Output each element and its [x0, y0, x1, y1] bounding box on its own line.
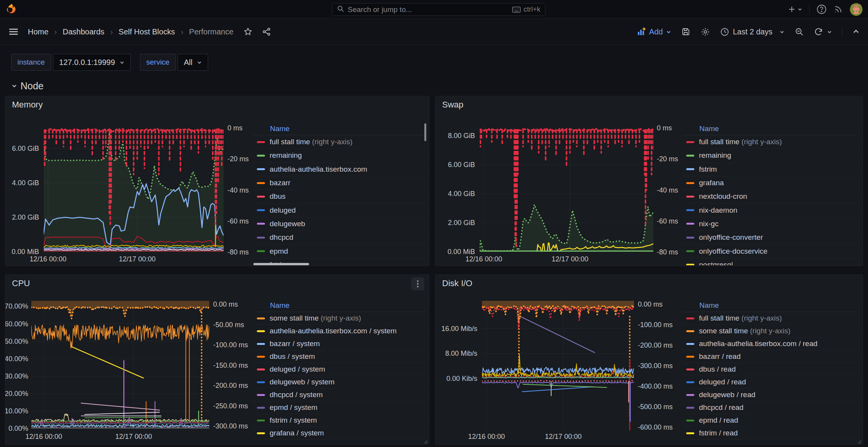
legend-label: dbus / read: [699, 365, 736, 374]
grafana-logo-icon[interactable]: [5, 3, 18, 15]
legend-item[interactable]: dbus: [253, 190, 427, 203]
legend-item[interactable]: bazarr / system: [253, 338, 427, 350]
legend-item[interactable]: dhcpcd: [253, 231, 427, 244]
legend-label: full stall time (right y-axis): [699, 138, 782, 146]
svg-text:-150.00 ms: -150.00 ms: [213, 362, 248, 369]
row-node-toggle[interactable]: Node: [11, 78, 44, 93]
legend-item[interactable]: onlyoffice-converter: [682, 231, 857, 244]
legend-item[interactable]: epmd / read: [682, 414, 857, 427]
svg-text:-60 ms: -60 ms: [657, 217, 678, 225]
svg-text:30.00%: 30.00%: [5, 372, 28, 380]
legend-vertical-scrollbar[interactable]: [424, 123, 426, 141]
svg-text:6.00 GiB: 6.00 GiB: [12, 145, 39, 152]
favorite-star-button[interactable]: [243, 27, 253, 36]
help-button[interactable]: [817, 4, 827, 14]
panel-resize-handle[interactable]: [423, 438, 428, 443]
svg-text:60.00%: 60.00%: [5, 320, 28, 328]
legend-swatch: [257, 394, 265, 396]
collapse-nav-button[interactable]: [853, 28, 859, 35]
legend-item[interactable]: dbus / read: [682, 363, 857, 376]
legend-item[interactable]: nextcloud-cron: [682, 190, 857, 203]
legend-item[interactable]: authelia-authelia.tiserbox.com: [253, 163, 427, 176]
chevron-down-icon: [120, 60, 125, 65]
legend-item[interactable]: authelia-authelia.tiserbox.com / system: [253, 325, 427, 338]
breadcrumb-home[interactable]: Home: [28, 27, 48, 36]
legend-item[interactable]: fstrim: [682, 163, 857, 176]
svg-text:6.00 GiB: 6.00 GiB: [448, 161, 475, 169]
legend-item[interactable]: deluged / read: [682, 376, 857, 389]
svg-text:-100.00 ms: -100.00 ms: [638, 321, 673, 329]
legend-item[interactable]: dbus / system: [253, 350, 427, 363]
legend-item[interactable]: bazarr / read: [682, 350, 857, 363]
legend-label: nix-gc: [699, 220, 719, 228]
legend-item[interactable]: full stall time (right y-axis): [253, 135, 427, 149]
legend-label: delugeweb / read: [699, 391, 755, 399]
refresh-button[interactable]: [814, 27, 832, 36]
legend-header-name[interactable]: Name: [253, 122, 427, 135]
legend-item[interactable]: dhcpcd / system: [253, 389, 427, 401]
legend-item[interactable]: nix-gc: [682, 217, 857, 231]
legend-item[interactable]: onlyoffice-docservice: [682, 244, 857, 258]
legend-item[interactable]: delugeweb: [253, 217, 427, 231]
legend-swatch: [257, 369, 265, 370]
panel-resize-handle[interactable]: [857, 438, 861, 443]
new-item-button[interactable]: [788, 5, 802, 13]
search-input[interactable]: Search or jump to... ctrl+k: [332, 3, 545, 16]
legend-label: dbus: [270, 192, 285, 201]
legend-swatch: [686, 407, 694, 409]
legend-item[interactable]: deluged / system: [253, 363, 427, 376]
user-avatar[interactable]: [850, 3, 863, 16]
time-range-picker[interactable]: Last 2 days: [720, 27, 784, 36]
variable-instance-value[interactable]: 127.0.0.1:19999: [53, 54, 131, 71]
legend-item[interactable]: some stall time (right y-axis): [253, 312, 427, 325]
share-button[interactable]: [262, 27, 271, 36]
legend-item[interactable]: fstrim / system: [253, 414, 427, 427]
legend-item[interactable]: bazarr: [253, 176, 427, 190]
mega-menu-button[interactable]: [9, 27, 19, 37]
legend-item[interactable]: full stall time (right y-axis): [682, 312, 857, 325]
legend-item[interactable]: epmd / system: [253, 401, 427, 414]
legend-header-name[interactable]: Name: [682, 122, 857, 135]
legend-item[interactable]: fstrim / read: [682, 427, 857, 440]
legend-item[interactable]: grafana / system: [253, 427, 427, 440]
dashboard-settings-button[interactable]: [701, 27, 710, 37]
legend-item[interactable]: nix-daemon: [682, 203, 857, 217]
legend-label: authelia-authelia.tiserbox.com / read: [699, 340, 817, 348]
legend-item[interactable]: postgresql: [682, 258, 857, 265]
legend-label: delugeweb: [270, 220, 305, 228]
legend-header-name[interactable]: Name: [682, 299, 857, 312]
legend-item[interactable]: grafana: [682, 176, 857, 190]
legend-header-name[interactable]: Name: [253, 299, 427, 312]
legend-item[interactable]: full stall time (right y-axis): [682, 135, 857, 149]
breadcrumb-dashboards[interactable]: Dashboards: [63, 27, 104, 36]
legend-item[interactable]: epmd: [253, 244, 427, 258]
legend-swatch: [257, 420, 265, 421]
legend-item[interactable]: delugeweb / system: [253, 376, 427, 389]
zoom-out-button[interactable]: [795, 27, 804, 36]
add-panel-button[interactable]: Add: [637, 27, 671, 36]
svg-text:-40 ms: -40 ms: [227, 186, 249, 194]
legend-label: deluged / system: [270, 365, 325, 374]
legend-item[interactable]: some stall time (right y-axis): [682, 325, 857, 338]
legend-swatch: [686, 394, 694, 396]
save-dashboard-button[interactable]: [681, 27, 690, 36]
legend-label: epmd / system: [270, 403, 318, 412]
divider: [842, 27, 842, 37]
legend-swatch: [257, 237, 265, 239]
legend-item[interactable]: deluged: [253, 203, 427, 217]
search-placeholder: Search or jump to...: [348, 5, 509, 14]
legend-item[interactable]: remaining: [253, 149, 427, 162]
legend-label: full stall time (right y-axis): [270, 138, 352, 146]
breadcrumb-folder[interactable]: Self Host Blocks: [119, 27, 175, 36]
clock-icon: [720, 27, 729, 36]
breadcrumb-separator: ›: [52, 27, 59, 36]
legend-item[interactable]: delugeweb / read: [682, 389, 857, 401]
legend-item[interactable]: remaining: [682, 149, 857, 162]
legend-item[interactable]: authelia-authelia.tiserbox.com / read: [682, 338, 857, 350]
variable-service-value[interactable]: All: [178, 54, 208, 71]
news-button[interactable]: [834, 5, 843, 14]
legend-horizontal-scrollbar[interactable]: [253, 263, 309, 265]
variable-service: service All: [140, 54, 208, 71]
legend-item[interactable]: dhcpcd / read: [682, 401, 857, 414]
dashboard-nav-bar: Home › Dashboards › Self Host Blocks › P…: [0, 19, 868, 45]
